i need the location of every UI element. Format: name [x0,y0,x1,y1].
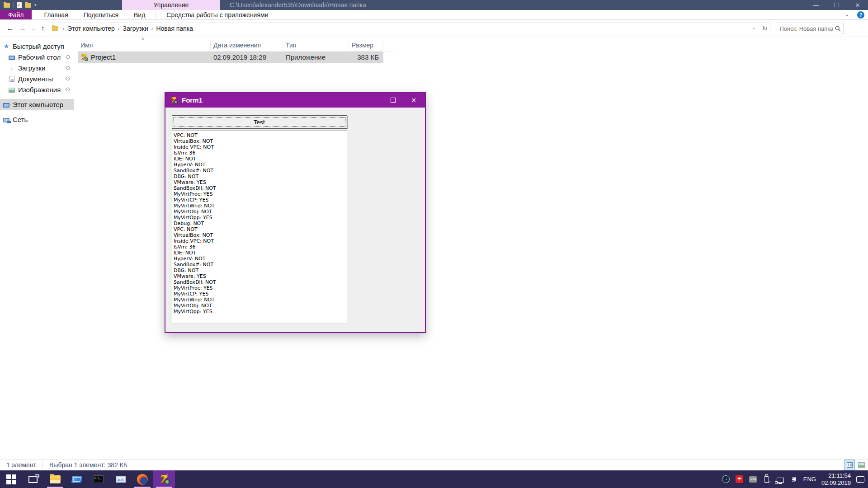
recent-locations-chevron-icon[interactable]: ⌄ [32,26,35,31]
listbox-line[interactable]: IsVm: 36 [174,150,347,156]
search-icon[interactable] [835,26,841,32]
taskbar-delphi-app-button[interactable]: 7⚡ [153,470,175,488]
network-tray-icon[interactable] [776,475,784,483]
listbox-line[interactable]: MyVirtProc: YES [174,285,347,291]
listbox-line[interactable]: MyVirtObj: NOT [174,303,347,309]
listbox-line[interactable]: IDE: NOT [174,250,347,256]
breadcrumb-this-pc[interactable]: Этот компьютер [66,25,117,32]
back-button[interactable]: ← [6,24,14,33]
tab-file[interactable]: Файл [0,10,32,19]
listbox-line[interactable]: MyVirtWnd: NOT [174,203,347,209]
tab-application-tools[interactable]: Средства работы с приложениями [159,10,276,19]
listbox-line[interactable]: MyVirtOpp: YES [174,309,347,314]
listbox-line[interactable]: HyperV: NOT [174,162,347,168]
refresh-icon[interactable]: ↻ [762,25,768,32]
forward-button[interactable]: → [19,24,26,33]
thumbnails-view-button[interactable] [856,460,866,470]
listbox-line[interactable]: SandBox#: NOT [174,262,347,267]
taskbar-app-window-button[interactable] [66,470,88,488]
listbox-line[interactable]: IDE: NOT [174,156,347,162]
action-center-icon[interactable] [856,475,864,483]
help-icon[interactable]: ? [857,11,864,19]
taskbar: C:\_ 7⚡ ◔ ☂ vm ))) ENG 21:11:54 02.09.20… [0,470,868,488]
breadcrumb-downloads[interactable]: Загрузки [121,25,150,32]
minimize-button[interactable]: — [806,0,826,10]
listbox-line[interactable]: MyVirtObj: NOT [174,209,347,215]
listbox-line[interactable]: DBG: NOT [174,174,347,179]
listbox-line[interactable]: SandBoxDll: NOT [174,185,347,191]
form1-maximize-button[interactable] [388,97,398,104]
language-indicator[interactable]: ENG [803,476,816,483]
address-input[interactable]: › Этот компьютер › Загрузки › Новая папк… [49,23,770,34]
tab-share[interactable]: Поделиться [76,10,126,19]
listbox-line[interactable]: IsVm: 36 [174,244,347,250]
maximize-button[interactable] [826,0,847,10]
sidebar-item-desktop[interactable]: Рабочий стол [0,52,74,62]
taskbar-command-prompt-button[interactable]: C:\_ [88,470,109,488]
breadcrumb-new-folder[interactable]: Новая папка [154,25,195,32]
taskbar-system-monitor-button[interactable] [110,470,132,488]
collapse-ribbon-chevron-icon[interactable]: ⌄ [845,12,849,18]
listbox-line[interactable]: VMware: YES [174,179,347,185]
column-header-modified[interactable]: Дата изменения [211,41,283,50]
sidebar-item-this-pc[interactable]: Этот компьютер [0,99,74,110]
listbox-line[interactable]: Inside VPC: NOT [174,238,347,244]
listbox-line[interactable]: VirtualBox: NOT [174,138,347,144]
form1-minimize-button[interactable]: — [367,97,377,104]
details-view-button[interactable] [844,460,854,470]
results-listbox[interactable]: VPC: NOT VirtualBox: NOT Inside VPC: NOT… [172,131,347,324]
listbox-line[interactable]: Inside VPC: NOT [174,144,347,150]
listbox-line[interactable]: VPC: NOT [174,132,347,138]
form1-titlebar[interactable]: 7⚡ Form1 — ✕ [165,93,425,108]
listbox-line[interactable]: VMware: YES [174,273,347,279]
volume-icon[interactable]: ))) [790,475,798,483]
listbox-line[interactable]: SandBoxDll: NOT [174,279,347,285]
file-row-project1[interactable]: 7⚡ Project1 02.09.2019 18:28 Приложение … [78,52,383,63]
listbox-line[interactable]: Debug: NOT [174,221,347,226]
pin-icon [65,65,70,70]
close-button[interactable]: ✕ [847,0,868,10]
management-contextual-label[interactable]: Управление [122,0,220,10]
tab-home[interactable]: Главная [36,10,75,19]
listbox-line[interactable]: MyVirtCP: YES [174,197,347,203]
listbox-line[interactable]: VPC: NOT [174,226,347,232]
clock[interactable]: 21:11:54 02.09.2019 [821,472,851,487]
sidebar-item-network[interactable]: Сеть [0,114,74,125]
column-header-size[interactable]: Размер [349,41,383,50]
sidebar-item-documents[interactable]: Документы [0,73,74,84]
listbox-line[interactable]: MyVirtCP: YES [174,291,347,297]
column-header-type[interactable]: Тип [283,41,349,50]
listbox-line[interactable]: VirtualBox: NOT [174,232,347,238]
listbox-line[interactable]: MyVirtOpp: YES [174,215,347,221]
listbox-line[interactable]: MyVirtProc: YES [174,191,347,197]
folder-icon[interactable] [4,3,10,8]
task-view-button[interactable] [22,470,44,488]
sidebar-item-pictures[interactable]: Изображения [0,84,74,95]
quick-access-toolbar: ▾ [0,0,40,10]
sidebar-item-quick-access[interactable]: ★ Быстрый доступ [0,41,74,52]
antivirus-umbrella-icon[interactable]: ☂ [736,475,744,483]
sort-ascending-chevron-icon: ∧ [141,36,144,41]
customize-toolbar-chevron-icon[interactable]: ▾ [34,3,37,7]
listbox-line[interactable]: DBG: NOT [174,267,347,273]
listbox-line[interactable]: HyperV: NOT [174,256,347,262]
address-dropdown-chevron-icon[interactable]: ⌄ [752,25,755,32]
search-input[interactable] [776,23,843,34]
form1-close-button[interactable]: ✕ [409,97,419,104]
window-controls: — ✕ [806,0,868,10]
taskbar-firefox-button[interactable] [132,470,153,488]
tray-app-icon[interactable]: ◔ [722,475,730,483]
up-button[interactable]: ↑ [41,24,44,33]
usb-safely-remove-icon[interactable] [763,475,771,483]
listbox-line[interactable]: SandBox#: NOT [174,168,347,174]
tab-view[interactable]: Вид [126,10,153,19]
new-folder-icon[interactable] [25,3,31,8]
properties-icon[interactable] [17,2,22,8]
start-button[interactable] [0,470,22,488]
vmware-tray-icon[interactable]: vm [749,475,757,483]
listbox-line[interactable]: MyVirtWnd: NOT [174,297,347,303]
sidebar-item-downloads[interactable]: ↓ Загрузки [0,62,74,73]
test-button[interactable]: Test [172,115,347,129]
column-header-name[interactable]: Имя [78,41,211,50]
taskbar-file-explorer-button[interactable] [44,470,66,488]
